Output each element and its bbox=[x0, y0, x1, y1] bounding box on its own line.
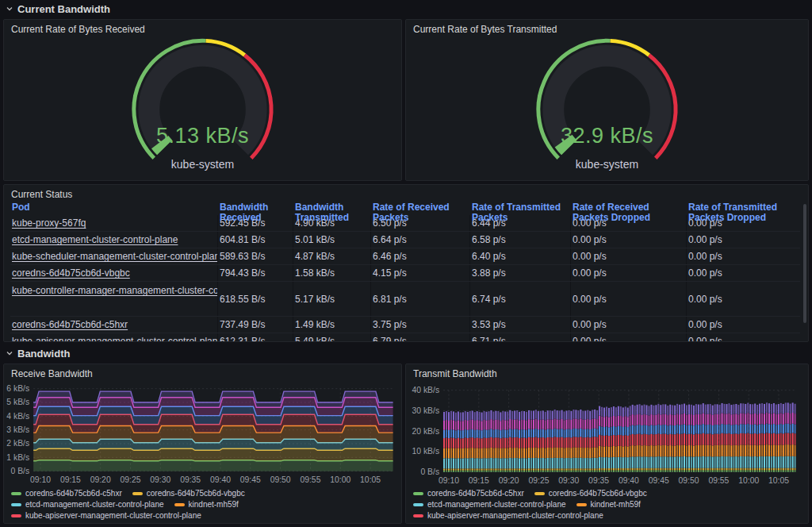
section-current-bandwidth[interactable]: Current Bandwidth bbox=[5, 1, 110, 17]
svg-text:10:05: 10:05 bbox=[360, 475, 381, 484]
legend-swatch bbox=[534, 492, 545, 495]
legend-label: kube-controller-manager-management-clust… bbox=[25, 521, 236, 524]
column-header-3[interactable]: Rate of Received Packets bbox=[371, 202, 470, 223]
table-scrollbar[interactable] bbox=[803, 204, 806, 323]
pod-cell: kube-controller-manager-management-clust… bbox=[10, 282, 218, 316]
legend-item[interactable]: kube-apiserver-management-cluster-contro… bbox=[11, 510, 201, 521]
pod-link[interactable]: kube-apiserver-management-cluster-contro… bbox=[12, 336, 218, 342]
value-cell: 6.64 p/s bbox=[371, 232, 470, 248]
legend-swatch bbox=[11, 514, 21, 517]
column-header-4[interactable]: Rate of Transmitted Packets bbox=[470, 202, 571, 223]
svg-text:40 kB/s: 40 kB/s bbox=[412, 386, 440, 394]
svg-text:6 kB/s: 6 kB/s bbox=[6, 384, 29, 393]
legend-swatch bbox=[132, 492, 143, 495]
legend-swatch bbox=[413, 492, 423, 495]
legend-label: kube-proxy-567fq bbox=[260, 521, 322, 524]
value-cell: 0.00 p/s bbox=[687, 333, 800, 342]
panel-rate-bytes-transmitted: Current Rate of Bytes Transmitted 32.9 k… bbox=[405, 19, 809, 181]
value-cell: 6.79 p/s bbox=[371, 333, 470, 342]
value-cell: 604.81 B/s bbox=[218, 232, 293, 248]
table-row: kube-apiserver-management-cluster-contro… bbox=[10, 333, 800, 342]
column-header-2[interactable]: Bandwidth Transmitted bbox=[293, 202, 371, 223]
value-cell: 3.53 p/s bbox=[470, 317, 571, 333]
svg-text:09:25: 09:25 bbox=[121, 475, 141, 484]
legend-swatch bbox=[413, 514, 423, 517]
legend-item[interactable]: coredns-6d4b75cb6d-c5hxr bbox=[11, 488, 122, 498]
column-header-pod[interactable]: Pod bbox=[10, 202, 218, 213]
value-cell: 737.49 B/s bbox=[218, 317, 293, 333]
legend-item[interactable]: kube-proxy-567fq bbox=[246, 521, 322, 524]
column-header-5[interactable]: Rate of Received Packets Dropped bbox=[571, 202, 687, 223]
current-status-table: PodBandwidth ReceivedBandwidth Transmitt… bbox=[10, 202, 800, 342]
legend-label: coredns-6d4b75cb6d-c5hxr bbox=[427, 488, 524, 498]
pod-link[interactable]: etcd-management-cluster-control-plane bbox=[12, 234, 178, 245]
column-header-1[interactable]: Bandwidth Received bbox=[218, 202, 293, 223]
gauge-namespace-label: kube-system bbox=[406, 158, 808, 171]
value-cell: 1.58 kB/s bbox=[293, 265, 371, 281]
legend-label: kube-apiserver-management-cluster-contro… bbox=[25, 510, 201, 521]
value-cell: 0.00 p/s bbox=[687, 265, 800, 281]
pod-cell: etcd-management-cluster-control-plane bbox=[10, 232, 218, 248]
legend-swatch bbox=[174, 503, 185, 506]
legend-item[interactable]: kube-proxy-567fq bbox=[648, 521, 724, 524]
value-cell: 6.40 p/s bbox=[470, 248, 571, 264]
column-header-6[interactable]: Rate of Transmitted Packets Dropped bbox=[687, 202, 800, 223]
legend-swatch bbox=[413, 503, 423, 506]
table-row: kube-scheduler-management-cluster-contro… bbox=[10, 248, 800, 265]
legend-item[interactable]: kube-controller-manager-management-clust… bbox=[413, 521, 638, 524]
legend-swatch bbox=[576, 503, 587, 506]
svg-text:09:10: 09:10 bbox=[439, 476, 459, 485]
receive-legend: coredns-6d4b75cb6d-c5hxrcoredns-6d4b75cb… bbox=[11, 488, 398, 524]
svg-text:10:00: 10:00 bbox=[330, 475, 350, 484]
panel-title[interactable]: Transmit Bandwidth bbox=[413, 368, 497, 379]
pod-cell: kube-proxy-567fq bbox=[10, 215, 218, 231]
panel-rate-bytes-received: Current Rate of Bytes Received 5.13 kB/s… bbox=[3, 19, 402, 181]
value-cell: 612.31 B/s bbox=[218, 333, 293, 342]
svg-text:09:20: 09:20 bbox=[90, 475, 111, 484]
legend-item[interactable]: kindnet-mh59f bbox=[576, 499, 641, 510]
legend-item[interactable]: kube-controller-manager-management-clust… bbox=[11, 521, 236, 524]
pod-cell: coredns-6d4b75cb6d-vbgbc bbox=[10, 265, 218, 281]
legend-item[interactable]: etcd-management-cluster-control-plane bbox=[11, 499, 164, 510]
legend-item[interactable]: coredns-6d4b75cb6d-c5hxr bbox=[413, 488, 524, 498]
legend-item[interactable]: coredns-6d4b75cb6d-vbgbc bbox=[534, 488, 647, 498]
panel-title[interactable]: Current Status bbox=[11, 189, 72, 200]
gauge-value: 5.13 kB/s bbox=[4, 124, 401, 149]
pod-link[interactable]: kube-controller-manager-management-clust… bbox=[12, 285, 218, 296]
value-cell: 0.00 p/s bbox=[571, 232, 687, 248]
legend-label: coredns-6d4b75cb6d-c5hxr bbox=[25, 488, 122, 498]
svg-text:09:55: 09:55 bbox=[300, 475, 320, 484]
table-row: coredns-6d4b75cb6d-vbgbc794.43 B/s1.58 k… bbox=[10, 265, 800, 282]
value-cell: 6.58 p/s bbox=[470, 232, 571, 248]
svg-text:30 kB/s: 30 kB/s bbox=[412, 406, 440, 415]
svg-text:09:40: 09:40 bbox=[210, 475, 231, 484]
value-cell: 0.00 p/s bbox=[571, 265, 687, 281]
legend-item[interactable]: kube-apiserver-management-cluster-contro… bbox=[413, 510, 603, 521]
legend-item[interactable]: coredns-6d4b75cb6d-vbgbc bbox=[132, 488, 245, 498]
legend-item[interactable]: kindnet-mh59f bbox=[174, 499, 239, 510]
gauge-namespace-label: kube-system bbox=[4, 158, 401, 171]
svg-text:09:55: 09:55 bbox=[708, 476, 729, 485]
pod-link[interactable]: kube-proxy-567fq bbox=[12, 217, 86, 229]
legend-swatch bbox=[11, 492, 21, 495]
section-bandwidth[interactable]: Bandwidth bbox=[5, 345, 70, 361]
pod-link[interactable]: kube-scheduler-management-cluster-contro… bbox=[12, 251, 218, 262]
svg-text:1 kB/s: 1 kB/s bbox=[6, 453, 29, 462]
panel-title[interactable]: Receive Bandwidth bbox=[11, 368, 93, 379]
pod-link[interactable]: coredns-6d4b75cb6d-c5hxr bbox=[12, 319, 128, 330]
svg-text:09:10: 09:10 bbox=[30, 475, 51, 484]
value-cell: 589.63 B/s bbox=[218, 248, 293, 264]
legend-label: kindnet-mh59f bbox=[591, 499, 641, 510]
legend-item[interactable]: etcd-management-cluster-control-plane bbox=[413, 499, 566, 510]
legend-swatch bbox=[11, 503, 21, 506]
legend-label: etcd-management-cluster-control-plane bbox=[427, 499, 566, 510]
svg-text:09:45: 09:45 bbox=[649, 476, 669, 485]
pod-link[interactable]: coredns-6d4b75cb6d-vbgbc bbox=[12, 267, 130, 279]
legend-label: kube-proxy-567fq bbox=[662, 521, 724, 524]
value-cell: 3.88 p/s bbox=[470, 265, 571, 281]
value-cell: 6.71 p/s bbox=[470, 333, 571, 342]
svg-text:09:20: 09:20 bbox=[499, 476, 519, 485]
svg-text:10 kB/s: 10 kB/s bbox=[412, 447, 440, 456]
value-cell: 0.00 p/s bbox=[687, 248, 800, 264]
value-cell: 1.49 kB/s bbox=[293, 317, 371, 333]
